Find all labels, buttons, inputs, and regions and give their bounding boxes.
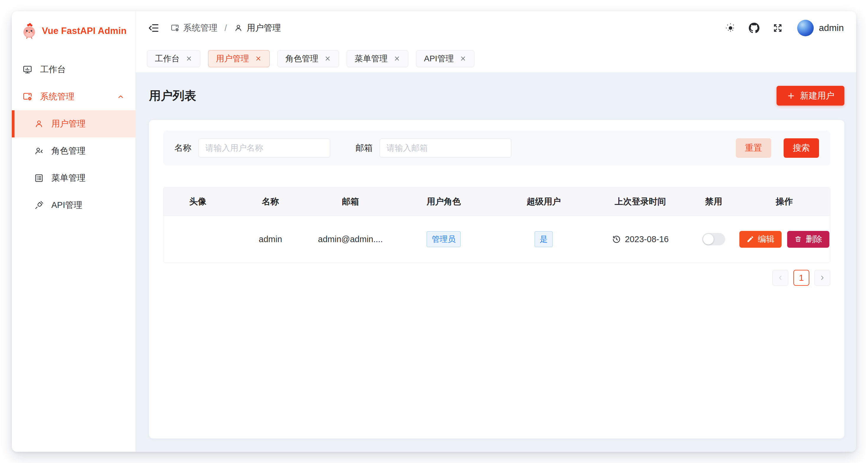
tab-label: 工作台 [155,53,180,64]
close-icon[interactable] [186,55,192,62]
pagination-prev-button[interactable] [772,270,788,286]
tab-api-management[interactable]: API管理 [416,50,474,67]
tab-label: 菜单管理 [354,53,388,64]
name-filter-label: 名称 [174,142,191,154]
edit-button-label: 编辑 [758,234,774,245]
breadcrumb-label: 系统管理 [183,22,217,34]
column-header-name: 名称 [232,196,309,208]
sidebar-item-user-management[interactable]: 用户管理 [12,110,135,137]
last-login-cell: 2023-08-16 [592,234,689,244]
close-icon[interactable] [394,55,400,62]
column-header-last-login: 上次登录时间 [592,196,689,208]
tab-label: 角色管理 [285,53,318,64]
delete-button-label: 删除 [806,234,822,245]
header-actions: admin [712,20,844,36]
column-header-avatar: 头像 [163,196,232,208]
github-icon[interactable] [749,23,760,33]
sidebar-item-menu-management[interactable]: 菜单管理 [12,165,135,192]
email-cell: admin@admin.... [309,234,392,244]
sidebar-item-label: 角色管理 [51,145,86,157]
header: 系统管理 / 用户管理 [136,11,856,45]
app-logo[interactable]: Vue FastAPI Admin [12,23,135,39]
sidebar-collapse-button[interactable] [148,23,159,34]
breadcrumb-item-users[interactable]: 用户管理 [234,22,281,34]
history-clock-icon [612,235,621,244]
pencil-icon [746,235,754,243]
superuser-cell: 是 [495,231,592,247]
name-cell: admin [232,234,309,244]
name-filter-input[interactable] [198,139,330,158]
breadcrumb-item-system[interactable]: 系统管理 [170,22,217,34]
page-content: 用户列表 新建用户 名称 邮箱 重置 搜索 [136,72,856,452]
system-settings-icon [170,24,179,32]
tab-menu-management[interactable]: 菜单管理 [347,50,408,67]
chevron-right-icon [819,274,826,282]
sidebar-item-label: 工作台 [40,64,66,75]
tab-label: API管理 [424,53,454,64]
sidebar-item-api-management[interactable]: API管理 [12,192,135,219]
column-header-superuser: 超级用户 [495,196,592,208]
pagination: 1 [163,270,830,286]
system-settings-icon [23,92,32,102]
tab-role-management[interactable]: 角色管理 [277,50,339,67]
sidebar-item-role-management[interactable]: 角色管理 [12,137,135,165]
chevron-left-icon [777,274,784,282]
chevron-up-icon [117,93,125,101]
delete-button[interactable]: 删除 [787,231,829,248]
email-filter-label: 邮箱 [355,142,373,154]
column-header-actions: 操作 [739,196,830,208]
disabled-cell [689,233,739,245]
username[interactable]: admin [819,23,844,33]
close-icon[interactable] [460,55,466,62]
app-window: Vue FastAPI Admin 工作台 [12,11,856,452]
toggle-knob [703,234,714,244]
new-user-button-label: 新建用户 [800,90,834,102]
trash-icon [794,235,802,243]
user-list-card: 名称 邮箱 重置 搜索 头像 名称 邮箱 用户角色 超级用户 上次登录时间 [149,120,844,438]
new-user-button[interactable]: 新建用户 [777,86,844,106]
table-header-row: 头像 名称 邮箱 用户角色 超级用户 上次登录时间 禁用 操作 [163,188,830,216]
edit-button[interactable]: 编辑 [739,231,781,248]
theme-sun-icon[interactable] [725,23,736,33]
user-icon [234,24,243,32]
app-title: Vue FastAPI Admin [42,26,127,36]
sidebar-item-workbench[interactable]: 工作台 [12,56,135,83]
sidebar-item-label: 系统管理 [40,91,74,103]
breadcrumb-separator: / [224,23,227,33]
close-icon[interactable] [324,55,331,62]
user-table: 头像 名称 邮箱 用户角色 超级用户 上次登录时间 禁用 操作 admin ad… [163,187,830,263]
pagination-next-button[interactable] [814,270,830,286]
search-button[interactable]: 搜索 [784,138,819,158]
reset-button[interactable]: 重置 [736,138,771,158]
api-plug-icon [34,201,44,210]
user-avatar[interactable] [797,20,814,36]
sidebar: Vue FastAPI Admin 工作台 [12,11,136,452]
column-header-disabled: 禁用 [689,196,739,208]
fullscreen-icon[interactable] [772,23,783,33]
sidebar-item-system[interactable]: 系统管理 [12,83,135,110]
breadcrumb: 系统管理 / 用户管理 [170,22,281,34]
menu-list-icon [34,173,44,183]
breadcrumb-label: 用户管理 [247,22,281,34]
role-tag: 管理员 [427,231,461,247]
close-icon[interactable] [255,55,262,62]
tab-label: 用户管理 [216,53,249,64]
tab-user-management[interactable]: 用户管理 [208,50,270,67]
role-cell: 管理员 [392,231,495,247]
column-header-role: 用户角色 [392,196,495,208]
disabled-toggle[interactable] [702,233,725,245]
sidebar-item-label: 用户管理 [51,118,86,130]
sidebar-item-label: API管理 [51,199,82,211]
main-area: 系统管理 / 用户管理 [136,11,856,452]
superuser-tag: 是 [535,231,553,247]
tab-workbench[interactable]: 工作台 [147,50,200,67]
chicken-logo-icon [22,23,37,39]
email-filter-input[interactable] [380,139,511,158]
plus-icon [786,91,796,100]
column-header-email: 邮箱 [309,196,392,208]
filter-bar: 名称 邮箱 重置 搜索 [163,131,830,165]
workbench-icon [23,65,32,75]
pagination-page-1[interactable]: 1 [793,270,809,286]
tab-bar: 工作台 用户管理 角色管理 菜单管理 [136,45,856,72]
last-login-value: 2023-08-16 [625,234,669,244]
